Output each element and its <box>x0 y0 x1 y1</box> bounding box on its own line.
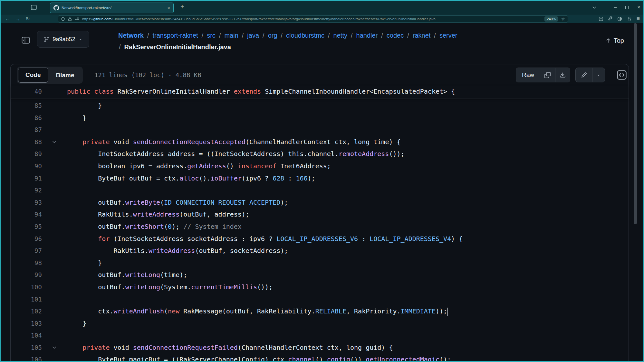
bookmark-star-icon[interactable]: ☆ <box>561 16 565 22</box>
line-number[interactable]: 98 <box>11 257 42 269</box>
breadcrumb-segment-link[interactable]: cloudburstmc <box>286 32 324 39</box>
code-text: public class RakServerOnlineInitialHandl… <box>67 86 455 98</box>
menu-icon[interactable]: ≡ <box>636 16 641 21</box>
breadcrumb-separator: / <box>219 32 221 39</box>
line-number[interactable]: 40 <box>11 86 42 98</box>
breadcrumb-segment-link[interactable]: codec <box>387 32 404 39</box>
tab-list-chevron-icon[interactable] <box>590 4 599 11</box>
line-number[interactable]: 91 <box>11 172 42 185</box>
browser-window: Network/transport-raknet/src/ × + – × ← … <box>0 0 644 362</box>
breadcrumb-segment-link[interactable]: netty <box>333 32 347 39</box>
line-number[interactable]: 95 <box>11 221 42 233</box>
line-number[interactable]: 96 <box>11 233 42 245</box>
breadcrumb-segment-link[interactable]: org <box>268 32 277 39</box>
back-to-top-button[interactable]: Top <box>605 34 624 47</box>
zoom-level-badge[interactable]: 240% <box>544 16 558 22</box>
file-header: Code Blame 121 lines (102 loc) · 4.88 KB… <box>11 64 629 86</box>
line-number[interactable]: 97 <box>11 245 42 257</box>
breadcrumb-segment-link[interactable]: server <box>439 32 457 39</box>
download-raw-button[interactable] <box>555 68 570 82</box>
git-branch-icon <box>43 36 50 42</box>
breadcrumb-separator: / <box>119 43 121 51</box>
symbols-panel-button[interactable] <box>614 68 630 82</box>
line-number[interactable]: 89 <box>11 148 42 160</box>
code-line: 106 ByteBuf magicBuf = ((RakServerChanne… <box>11 354 629 361</box>
tracking-protection-shield-icon[interactable] <box>61 17 65 21</box>
line-number[interactable]: 94 <box>11 209 42 221</box>
sticky-code-line: 40public class RakServerOnlineInitialHan… <box>11 86 629 98</box>
url-path: /CloudburstMC/Network/blob/9a9ab524a4150… <box>111 17 436 21</box>
close-window-button[interactable]: × <box>634 4 643 11</box>
breadcrumb-segment-link[interactable]: main <box>224 32 238 39</box>
fold-chevron-icon[interactable] <box>49 342 59 354</box>
line-number[interactable]: 104 <box>11 330 42 342</box>
line-number[interactable]: 90 <box>11 160 42 172</box>
file-meta-info: 121 lines (102 loc) · 4.88 KB <box>94 64 201 86</box>
code-text: ByteBuf outBuf = ctx.alloc().ioBuffer(ip… <box>67 172 315 185</box>
firefox-view-icon[interactable] <box>31 5 38 11</box>
tab-blame[interactable]: Blame <box>49 68 82 82</box>
maximize-button[interactable] <box>622 4 631 11</box>
breadcrumb-separator: / <box>381 32 383 39</box>
line-number[interactable]: 93 <box>11 197 42 209</box>
page-scrollbar[interactable] <box>633 23 637 361</box>
line-number[interactable]: 92 <box>11 184 42 197</box>
line-number[interactable]: 87 <box>11 124 42 136</box>
breadcrumb-segment-link[interactable]: handler <box>356 32 378 39</box>
line-number[interactable]: 105 <box>11 342 42 354</box>
file-tree-toggle-button[interactable] <box>18 33 33 48</box>
edit-file-button[interactable] <box>576 68 592 82</box>
edit-dropdown-button[interactable] <box>592 68 605 82</box>
save-page-extension-icon[interactable] <box>598 16 603 21</box>
dark-mode-extension-icon[interactable] <box>617 16 622 21</box>
breadcrumb-repo-link[interactable]: Network <box>118 32 144 39</box>
back-button[interactable]: ← <box>5 16 10 22</box>
breadcrumb-separator: / <box>263 32 264 39</box>
permissions-icon[interactable] <box>75 17 79 21</box>
tab-title: Network/transport-raknet/src/ <box>62 6 165 10</box>
line-number[interactable]: 102 <box>11 305 42 318</box>
code-line: 96 for (InetSocketAddress socketAddress … <box>11 233 629 245</box>
tab-code[interactable]: Code <box>18 68 48 83</box>
gesture-extension-icon[interactable] <box>626 16 631 21</box>
forward-button[interactable]: → <box>15 16 20 22</box>
code-line: 99 outBuf.writeLong(time); <box>11 269 629 281</box>
line-number[interactable]: 86 <box>11 112 42 124</box>
commit-sha-label: 9a9ab52 <box>53 36 75 43</box>
breadcrumb-segment-link[interactable]: src <box>207 32 216 39</box>
line-number[interactable]: 100 <box>11 281 42 293</box>
chevron-down-icon <box>78 37 83 42</box>
code-text: } <box>67 112 86 124</box>
browser-tab[interactable]: Network/transport-raknet/src/ × <box>50 3 174 13</box>
new-tab-button[interactable]: + <box>180 3 184 11</box>
sticky-line-row: 40public class RakServerOnlineInitialHan… <box>11 86 629 98</box>
tab-bar: Network/transport-raknet/src/ × + – × <box>1 1 643 14</box>
line-number[interactable]: 101 <box>11 293 42 306</box>
line-number[interactable]: 103 <box>11 318 42 330</box>
code-line: 104 <box>11 330 629 342</box>
copy-raw-button[interactable] <box>540 68 555 82</box>
raw-button[interactable]: Raw <box>516 68 540 82</box>
scrollbar-thumb[interactable] <box>634 23 637 224</box>
code-line: 87 <box>11 124 629 136</box>
url-text[interactable]: https://github.com/CloudburstMC/Network/… <box>82 17 542 21</box>
line-number[interactable]: 99 <box>11 269 42 281</box>
line-number[interactable]: 106 <box>11 354 42 361</box>
url-bar[interactable]: https://github.com/CloudburstMC/Network/… <box>58 15 568 23</box>
breadcrumb-separator: / <box>351 32 353 39</box>
wrench-extension-icon[interactable] <box>608 16 613 21</box>
minimize-button[interactable]: – <box>611 4 620 11</box>
fold-chevron-icon[interactable] <box>49 136 59 148</box>
commit-ref-button[interactable]: 9a9ab52 <box>37 31 89 48</box>
line-number[interactable]: 85 <box>11 100 42 112</box>
lock-icon[interactable] <box>68 17 72 21</box>
breadcrumb-row1: Network/transport-raknet/src/main/java/o… <box>118 30 585 41</box>
tab-close-icon[interactable]: × <box>167 5 170 10</box>
code-line: 93 outBuf.writeByte(ID_CONNECTION_REQUES… <box>11 197 629 209</box>
breadcrumb-segment-link[interactable]: raknet <box>413 32 431 39</box>
code-line: 85 } <box>11 100 629 112</box>
reload-button[interactable]: ↻ <box>26 16 30 22</box>
breadcrumb-segment-link[interactable]: java <box>247 32 259 39</box>
line-number[interactable]: 88 <box>11 136 42 148</box>
breadcrumb-segment-link[interactable]: transport-raknet <box>152 32 198 39</box>
